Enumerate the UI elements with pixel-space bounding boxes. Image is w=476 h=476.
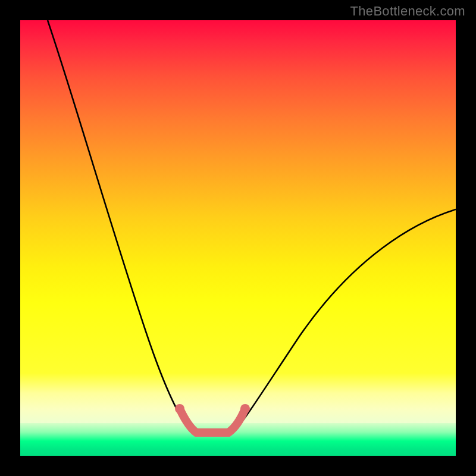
watermark-text: TheBottleneck.com — [350, 4, 465, 19]
optimal-zone-endcaps — [175, 404, 250, 414]
optimal-zone-marker — [180, 409, 245, 433]
svg-point-1 — [240, 404, 250, 414]
chart-plot-area — [20, 20, 456, 456]
chart-curve-layer — [20, 20, 456, 456]
svg-point-0 — [175, 404, 184, 414]
bottleneck-curve-left-path — [48, 20, 196, 433]
bottleneck-curve-right-path — [228, 209, 456, 433]
